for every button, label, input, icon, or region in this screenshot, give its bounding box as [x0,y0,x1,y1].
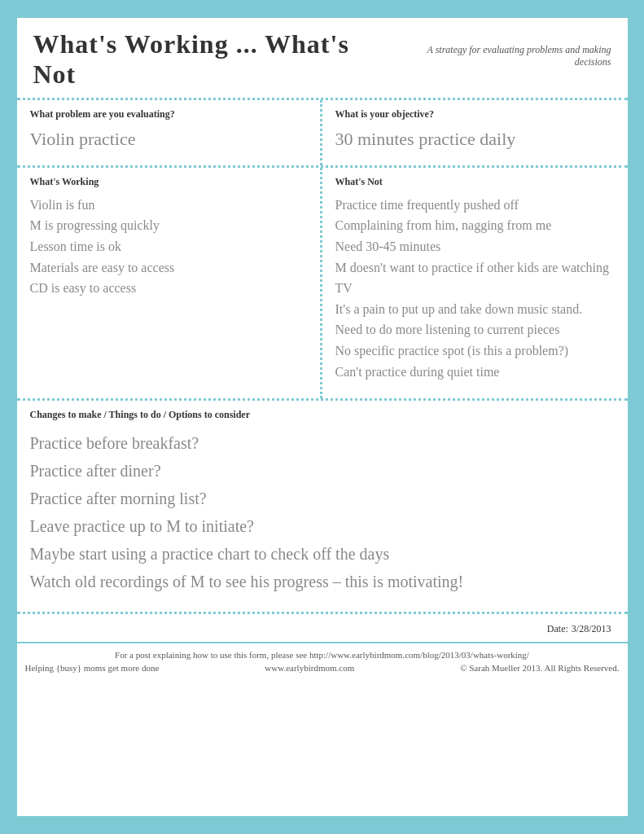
list-item: No specific practice spot (is this a pro… [335,340,615,362]
list-item: Maybe start using a practice chart to ch… [30,540,615,568]
list-item: Can't practice during quiet time [335,362,615,383]
list-item: M is progressing quickly [30,215,307,236]
list-item: Leave practice up to M to initiate? [30,512,615,540]
working-list: Violin is fun M is progressing quickly L… [30,195,307,299]
footer-left: Helping {busy} moms get more done [25,663,160,673]
not-list: Practice time frequently pushed off Comp… [335,195,615,382]
footer-center: www.earlybirdmom.com [265,663,354,673]
working-not-section: What's Working Violin is fun M is progre… [17,168,628,401]
changes-label: Changes to make / Things to do / Options… [30,409,615,421]
date-label: Date: [547,623,568,634]
list-item: M doesn't want to practice if other kids… [335,257,615,299]
changes-section: Changes to make / Things to do / Options… [17,401,628,614]
footer-line2: Helping {busy} moms get more done www.ea… [25,663,620,673]
problem-value: Violin practice [30,127,307,152]
subtitle: A strategy for evaluating problems and m… [392,44,611,68]
list-item: Watch old recordings of M to see his pro… [30,568,615,595]
list-item: Lesson time is ok [30,236,307,257]
main-title: What's Working ... What's Not [33,29,393,90]
header: What's Working ... What's Not A strategy… [17,18,628,100]
list-item: It's a pain to put up and take down musi… [335,299,615,320]
objective-label: What is your objective? [335,108,615,121]
footer-line1: For a post explaining how to use this fo… [25,650,620,660]
objective-cell: What is your objective? 30 minutes pract… [322,100,628,165]
working-label: What's Working [30,176,307,188]
list-item: Practice time frequently pushed off [335,195,615,216]
list-item: Practice after morning list? [30,485,615,512]
changes-list: Practice before breakfast? Practice afte… [30,429,615,595]
footer: For a post explaining how to use this fo… [17,643,628,679]
page: What's Working ... What's Not A strategy… [17,18,628,816]
problem-objective-section: What problem are you evaluating? Violin … [17,100,628,168]
list-item: Need to do more listening to current pie… [335,319,615,340]
footer-right: © Sarah Mueller 2013. All Rights Reserve… [460,663,619,673]
list-item: Practice before breakfast? [30,429,615,457]
list-item: Violin is fun [30,195,307,216]
problem-label: What problem are you evaluating? [30,108,307,121]
date-value: 3/28/2013 [572,623,611,634]
not-label: What's Not [335,176,615,188]
problem-cell: What problem are you evaluating? Violin … [17,100,322,165]
list-item: Complaining from him, nagging from me [335,215,615,236]
list-item: Materials are easy to access [30,257,307,279]
not-column: What's Not Practice time frequently push… [322,168,628,398]
list-item: CD is easy to access [30,278,307,299]
working-column: What's Working Violin is fun M is progre… [17,168,322,398]
date-section: Date: 3/28/2013 [17,614,628,643]
list-item: Practice after diner? [30,457,615,485]
objective-value: 30 minutes practice daily [335,127,615,152]
list-item: Need 30-45 minutes [335,236,615,257]
